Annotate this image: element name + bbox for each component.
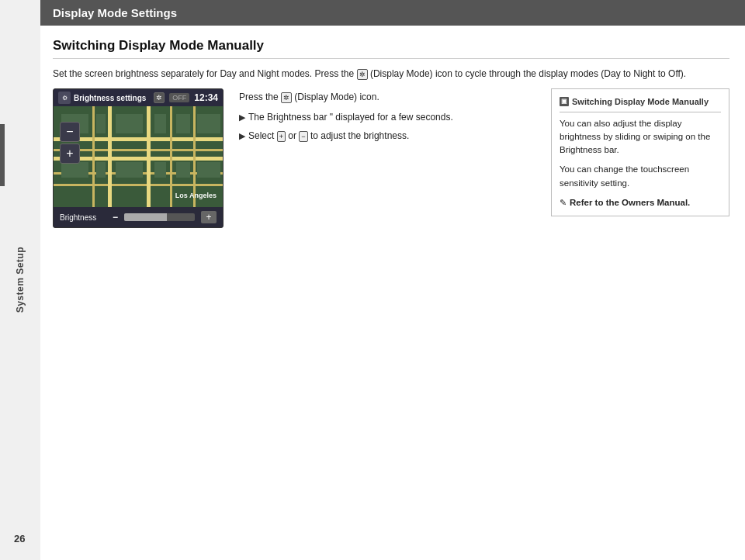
display-icon-topbar: ✲ bbox=[154, 92, 165, 104]
brightness-fill bbox=[124, 213, 167, 221]
building-8 bbox=[96, 162, 106, 178]
page-number: 26 bbox=[14, 533, 25, 544]
arrow-1: ▶ bbox=[239, 111, 245, 124]
building-11 bbox=[176, 162, 190, 178]
screenshot-mockup: ⚙ Brightness settings ✲ OFF 12:34 bbox=[53, 88, 224, 228]
instruction-item-1: ▶ The Brightness bar " displayed for a f… bbox=[239, 110, 535, 124]
road-v4 bbox=[170, 106, 172, 207]
topbar-right: ✲ OFF 12:34 bbox=[154, 92, 218, 104]
settings-icon: ⚙ bbox=[58, 92, 71, 104]
zoom-minus-btn[interactable]: − bbox=[60, 122, 80, 142]
right-col: ▣ Switching Display Mode Manually You ca… bbox=[551, 88, 729, 216]
two-col-layout: ⚙ Brightness settings ✲ OFF 12:34 bbox=[53, 88, 729, 228]
note-refer: ✎ Refer to the Owners Manual. bbox=[560, 196, 721, 209]
section-title: Switching Display Mode Manually bbox=[53, 38, 729, 59]
note-para-2: You can change the touchscreen sensitivi… bbox=[560, 163, 721, 190]
road-v3 bbox=[92, 106, 95, 207]
main-content: Display Mode Settings Switching Display … bbox=[40, 0, 745, 560]
building-4 bbox=[154, 114, 166, 133]
map-controls[interactable]: − + bbox=[60, 122, 80, 164]
arrow-2: ▶ bbox=[239, 130, 245, 143]
note-header: ▣ Switching Display Mode Manually bbox=[560, 95, 721, 112]
map-area: − + Los Angeles bbox=[54, 106, 224, 207]
brightness-minus[interactable]: − bbox=[113, 212, 118, 223]
sidebar: System Setup bbox=[0, 0, 40, 560]
off-label: OFF bbox=[169, 93, 189, 102]
brightness-label: Brightness bbox=[60, 213, 106, 222]
building-12 bbox=[197, 162, 220, 178]
screenshot-topbar: ⚙ Brightness settings ✲ OFF 12:34 bbox=[54, 89, 223, 106]
minus-icon-inline: − bbox=[299, 131, 307, 143]
header-banner: Display Mode Settings bbox=[40, 0, 745, 26]
display-mode-icon-step: ✲ bbox=[281, 92, 292, 104]
road-v2 bbox=[147, 106, 151, 207]
topbar-left: ⚙ Brightness settings bbox=[58, 92, 146, 104]
road-h5 bbox=[54, 184, 224, 186]
note-header-text: Switching Display Mode Manually bbox=[572, 95, 709, 109]
display-mode-icon-inline: ✲ bbox=[357, 69, 368, 81]
middle-col: Press the ✲ (Display Mode) icon. ▶ The B… bbox=[239, 88, 535, 147]
brightness-bar-container: Brightness − + bbox=[54, 207, 223, 227]
instruction-step0: Press the ✲ (Display Mode) icon. bbox=[239, 90, 535, 104]
left-col: ⚙ Brightness settings ✲ OFF 12:34 bbox=[53, 88, 224, 228]
plus-icon-inline: + bbox=[277, 131, 286, 143]
note-box: ▣ Switching Display Mode Manually You ca… bbox=[551, 88, 729, 216]
instr-text-2: Select + or − to adjust the brightness. bbox=[248, 129, 409, 143]
note-para-1: You can also adjust the display brightne… bbox=[560, 117, 721, 157]
building-3 bbox=[116, 114, 143, 133]
refer-icon: ✎ bbox=[560, 196, 567, 209]
sidebar-label: System Setup bbox=[15, 247, 26, 313]
building-7 bbox=[61, 162, 88, 178]
road-v1 bbox=[108, 106, 112, 207]
building-6 bbox=[197, 114, 220, 133]
refer-text: Refer to the Owners Manual. bbox=[570, 196, 690, 209]
topbar-title: Brightness settings bbox=[74, 94, 146, 102]
city-label: Los Angeles bbox=[175, 192, 217, 199]
building-5 bbox=[176, 114, 190, 133]
brightness-plus[interactable]: + bbox=[201, 211, 217, 223]
intro-text: Set the screen brightness separately for… bbox=[53, 67, 729, 81]
content-area: Switching Display Mode Manually Set the … bbox=[40, 26, 745, 240]
building-10 bbox=[154, 162, 166, 178]
zoom-plus-btn[interactable]: + bbox=[60, 143, 80, 164]
building-9 bbox=[116, 162, 143, 178]
header-title: Display Mode Settings bbox=[53, 6, 177, 19]
instruction-item-2: ▶ Select + or − to adjust the brightness… bbox=[239, 129, 535, 143]
instr-text-1: The Brightness bar " displayed for a few… bbox=[248, 110, 453, 124]
brightness-track[interactable] bbox=[124, 213, 195, 221]
building-2 bbox=[96, 114, 106, 133]
note-icon: ▣ bbox=[560, 97, 569, 106]
time-display: 12:34 bbox=[194, 92, 218, 103]
sidebar-accent-bar bbox=[0, 124, 5, 186]
